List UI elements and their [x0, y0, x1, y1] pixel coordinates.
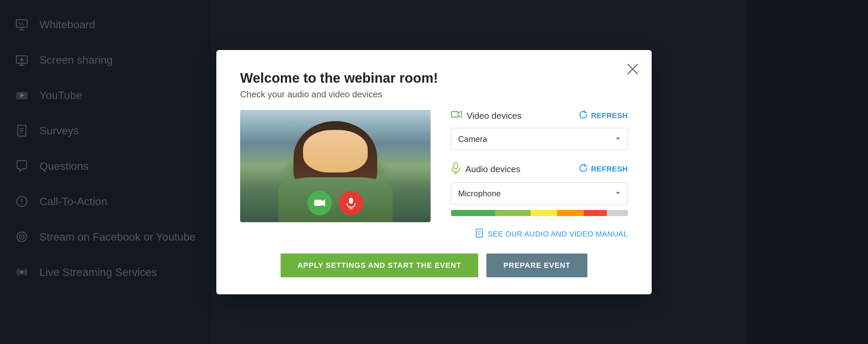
svg-marker-30	[458, 111, 462, 117]
video-refresh-icon	[579, 110, 588, 122]
audio-manual-link[interactable]: SEE OUR AUDIO AND VIDEO MANUAL	[451, 228, 628, 240]
audio-devices-label: Audio devices	[465, 164, 520, 175]
modal-actions: APPLY SETTINGS AND START THE EVENT PREPA…	[240, 253, 628, 277]
audio-refresh-icon	[579, 163, 588, 175]
audio-device-icon	[451, 162, 461, 176]
camera-select[interactable]: Camera	[451, 128, 628, 150]
camera-toggle-button[interactable]	[307, 191, 332, 215]
modal-body: Video devices REFRESH	[240, 110, 628, 240]
audio-devices-section: Audio devices REFRESH	[451, 162, 628, 216]
svg-rect-31	[454, 163, 458, 169]
close-button[interactable]	[623, 60, 642, 79]
video-preview-container	[240, 110, 431, 240]
audio-refresh-button[interactable]: REFRESH	[579, 163, 628, 175]
microphone-select[interactable]: Microphone	[451, 182, 628, 204]
webinar-modal: Welcome to the webinar room! Check your …	[216, 50, 652, 294]
video-preview	[240, 110, 431, 222]
video-device-icon	[451, 110, 462, 122]
video-section-title: Video devices	[451, 110, 521, 122]
svg-rect-24	[314, 200, 322, 206]
modal-overlay: Welcome to the webinar room! Check your …	[0, 0, 868, 344]
device-panel: Video devices REFRESH	[451, 110, 628, 240]
apply-settings-button[interactable]: APPLY SETTINGS AND START THE EVENT	[281, 253, 478, 277]
audio-refresh-label: REFRESH	[591, 165, 628, 174]
video-refresh-label: REFRESH	[591, 111, 628, 120]
video-devices-label: Video devices	[467, 111, 521, 121]
manual-link-label: SEE OUR AUDIO AND VIDEO MANUAL	[488, 230, 628, 239]
modal-subtitle: Check your audio and video devices	[240, 89, 628, 100]
person-face	[303, 130, 368, 173]
video-devices-section: Video devices REFRESH	[451, 110, 628, 150]
video-refresh-button[interactable]: REFRESH	[579, 110, 628, 122]
video-controls	[307, 191, 363, 215]
modal-title: Welcome to the webinar room!	[240, 70, 628, 86]
prepare-event-button[interactable]: PREPARE EVENT	[486, 253, 587, 277]
audio-section-title: Audio devices	[451, 162, 520, 176]
svg-rect-29	[451, 112, 458, 117]
svg-rect-26	[349, 198, 353, 204]
manual-link-icon	[475, 228, 484, 240]
audio-level-bar	[451, 210, 628, 216]
audio-section-header: Audio devices REFRESH	[451, 162, 628, 176]
svg-marker-25	[322, 199, 325, 207]
video-section-header: Video devices REFRESH	[451, 110, 628, 122]
mic-toggle-button[interactable]	[339, 191, 363, 215]
